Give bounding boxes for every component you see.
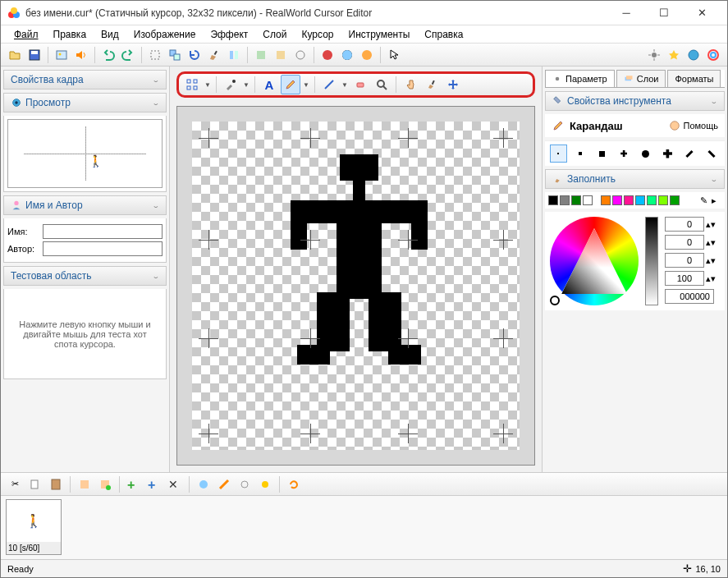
palette1-icon[interactable] [318,46,337,64]
menu-edit[interactable]: Правка [47,27,94,42]
effect2-icon[interactable] [272,46,290,64]
redo-icon[interactable] [119,46,137,64]
resize-icon[interactable] [166,46,184,64]
gear-icon[interactable] [645,46,663,64]
flip-icon[interactable] [225,46,243,64]
brush-tool-icon[interactable] [422,75,442,94]
globe-icon[interactable] [685,46,703,64]
swatch[interactable] [601,195,611,205]
brush-diag[interactable] [681,144,698,163]
text-tool-icon[interactable]: A [259,75,279,94]
r-input[interactable] [665,217,704,232]
tab-formats[interactable]: Форматы [667,70,721,87]
rainbow-icon[interactable] [704,46,722,64]
dropper-icon[interactable]: ✎ [700,195,710,205]
add-icon[interactable]: + [125,475,143,493]
pencil-dropdown[interactable]: ▼ [302,75,310,94]
select-tool-icon[interactable] [182,75,202,94]
add2-icon[interactable]: + [145,475,163,493]
sound-icon[interactable] [72,46,90,64]
zoom-tool-icon[interactable] [372,75,391,94]
brush-1px[interactable] [550,144,567,163]
test-area-header[interactable]: Тестовая область ⌄ [3,266,167,286]
author-input[interactable] [43,241,163,256]
swatch[interactable] [635,195,645,205]
hex-input[interactable] [665,289,714,304]
test-area-body[interactable]: Нажмите левую кнопку мыши и двигайте мыш… [3,289,167,379]
misc4-icon[interactable] [256,475,274,493]
frame-props-header[interactable]: Свойства кадра ⌄ [3,70,167,89]
menu-tools[interactable]: Инструменты [342,27,417,42]
frame-item[interactable]: 🚶 10 [s/60] [6,499,62,555]
finger-tool-icon[interactable] [401,75,420,94]
crop-icon[interactable] [146,46,164,64]
image-icon[interactable] [53,46,71,64]
menu-file[interactable]: Файл [7,27,45,42]
copy-icon[interactable] [26,475,44,493]
brush-plus[interactable] [616,144,633,163]
pencil-tool-icon[interactable] [281,75,300,94]
dropper-dropdown[interactable]: ▼ [242,75,250,94]
select-dropdown[interactable]: ▼ [204,75,212,94]
tool-props-header[interactable]: Свойства инструмента ⌄ [545,91,725,111]
color-ring-selector[interactable] [550,296,560,305]
brush-plus2[interactable] [659,144,676,163]
dropper-tool-icon[interactable] [221,75,240,94]
name-author-header[interactable]: Имя и Автор ⌄ [3,195,167,215]
clipboard1-icon[interactable] [76,475,94,493]
swatch[interactable] [670,195,680,205]
delete-icon[interactable]: ✕ [166,475,184,493]
swatch[interactable] [548,195,558,205]
color-wheel[interactable] [550,217,639,305]
move-tool-icon[interactable] [443,75,463,94]
g-input[interactable] [665,235,704,250]
menu-image[interactable]: Изображение [127,27,203,42]
misc3-icon[interactable] [236,475,254,493]
brush-round[interactable] [638,144,655,163]
menu-effect[interactable]: Эффект [204,27,254,42]
line-tool-icon[interactable] [319,75,339,94]
cut-icon[interactable]: ✂ [6,475,24,493]
maximize-button[interactable]: ☐ [645,1,683,25]
menu-help[interactable]: Справка [418,27,469,42]
tab-parameters[interactable]: Параметр [545,70,615,87]
brush-2px[interactable] [572,144,589,163]
line-dropdown[interactable]: ▼ [341,75,349,94]
save-icon[interactable] [25,46,43,64]
name-input[interactable] [43,224,163,239]
brush-diag2[interactable] [703,144,720,163]
star-icon[interactable] [665,46,683,64]
clipboard2-icon[interactable] [96,475,114,493]
paste-icon[interactable] [47,475,65,493]
menu-view[interactable]: Вид [94,27,126,42]
open-icon[interactable] [6,46,24,64]
swatch[interactable] [658,195,668,205]
brush-icon[interactable] [205,46,223,64]
swatch[interactable] [624,195,634,205]
undo-icon[interactable] [99,46,117,64]
b-input[interactable] [665,253,704,268]
pointer-icon[interactable] [385,46,403,64]
menu-cursor[interactable]: Курсор [295,27,341,42]
swatch[interactable] [583,195,593,205]
palette2-icon[interactable] [338,46,356,64]
eraser-tool-icon[interactable] [350,75,370,94]
swatch[interactable] [647,195,657,205]
help-link[interactable]: Помощь [669,120,719,131]
menu-layer[interactable]: Слой [256,27,293,42]
palette3-icon[interactable] [358,46,376,64]
misc2-icon[interactable] [215,475,233,493]
reload-icon[interactable] [285,475,303,493]
misc1-icon[interactable] [195,475,213,493]
swatch[interactable] [571,195,581,205]
a-input[interactable] [665,271,704,286]
close-button[interactable]: ✕ [683,1,721,25]
effect1-icon[interactable] [252,46,270,64]
minimize-button[interactable]: ─ [607,1,645,25]
swatch[interactable] [612,195,622,205]
alpha-slider[interactable] [645,217,658,305]
fill-header[interactable]: Заполнить ⌄ [545,169,725,189]
canvas-area[interactable] [176,106,535,466]
color-triangle[interactable] [561,228,627,294]
tab-layers[interactable]: Слои [616,70,666,87]
